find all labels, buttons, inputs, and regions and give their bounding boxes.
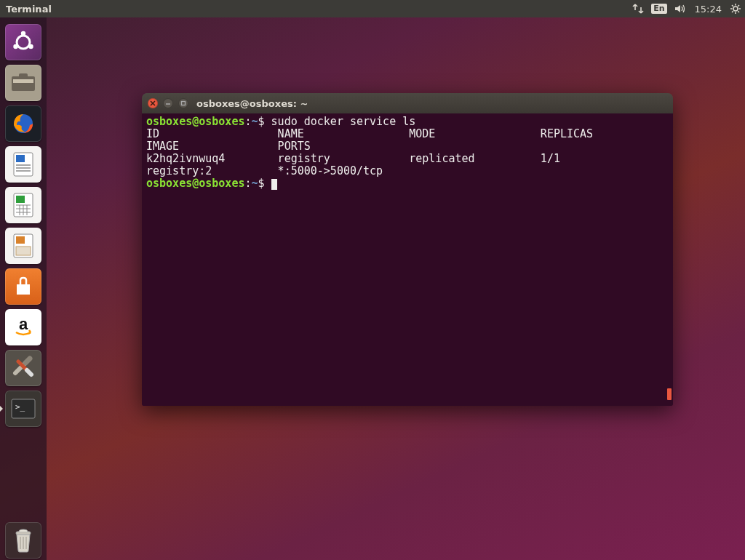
desktop: Terminal En 15:24 [0,0,745,560]
launcher-calc[interactable] [5,187,41,223]
impress-icon [12,233,35,259]
window-minimize-button[interactable] [163,98,173,108]
svg-text:>_: >_ [15,402,25,412]
svg-line-6 [738,11,739,12]
prompt-path-2: ~ [252,177,258,190]
svg-line-8 [738,5,739,7]
launcher-impress[interactable] [5,228,41,264]
launcher-trash[interactable] [5,522,41,559]
launcher-files[interactable] [5,65,41,101]
trash-icon [12,527,34,553]
svg-rect-31 [16,236,25,244]
svg-rect-15 [19,73,28,78]
launcher-settings[interactable] [5,350,41,386]
window-close-button[interactable] [148,98,158,108]
active-app-label: Terminal [0,4,52,15]
launcher-spacer [0,429,47,520]
volume-icon [674,4,686,14]
prompt-user-2: osboxes [146,177,192,190]
writer-icon [12,151,35,177]
amazon-icon: a [11,315,36,340]
launcher-software[interactable] [5,268,41,305]
prompt-dollar-2: $ [258,177,271,190]
calc-icon [12,192,35,218]
svg-rect-41 [182,102,186,105]
sound-indicator[interactable] [670,0,690,17]
firefox-icon [10,111,36,137]
launcher-dash[interactable] [5,24,41,60]
scrollbar-hint[interactable] [667,388,672,400]
svg-point-12 [28,44,33,49]
window-maximize-button[interactable] [178,98,188,108]
maximize-icon [180,100,186,106]
svg-point-11 [13,44,17,49]
svg-line-5 [732,5,733,7]
launcher-writer[interactable] [5,146,41,183]
prompt-host: osboxes [199,115,244,128]
network-icon [632,4,644,14]
launcher-firefox[interactable] [5,105,41,142]
prompt-path: ~ [252,115,258,128]
terminal-window[interactable]: osboxes@osboxes: ~ osboxes@osboxes:~$ su… [142,93,673,406]
svg-rect-13 [12,76,35,91]
terminal-icon: >_ [10,398,36,420]
window-title: osboxes@osboxes: ~ [196,98,308,109]
launcher-terminal[interactable]: >_ [5,391,41,427]
svg-rect-14 [13,79,33,83]
output-header-2: IMAGE PORTS [146,140,311,153]
output-row-2: registry:2 *:5000->5000/tcp [146,164,383,177]
prompt-at: @ [192,115,199,128]
cursor [271,179,277,190]
language-indicator[interactable]: En [651,4,666,14]
terminal-body[interactable]: osboxes@osboxes:~$ sudo docker service l… [142,113,673,406]
launcher-amazon[interactable]: a [5,309,41,345]
svg-point-0 [733,7,738,11]
network-indicator[interactable] [628,0,648,17]
ubuntu-icon [11,30,36,55]
clock[interactable]: 15:24 [690,0,726,17]
files-icon [10,72,36,94]
session-indicator[interactable] [726,0,745,17]
window-titlebar[interactable]: osboxes@osboxes: ~ [142,93,673,113]
output-header-1: ID NAME MODE REPLICAS [146,127,672,140]
prompt-host-2: osboxes [199,177,244,190]
prompt-user: osboxes [146,115,192,128]
prompt-at-2: @ [192,177,199,190]
settings-icon [11,356,36,380]
svg-point-9 [17,36,30,49]
prompt-colon: : [244,115,251,128]
output-row-1: k2hq2ivnwuq4 registry replicated 1/1 [146,152,672,165]
svg-line-7 [732,11,733,12]
prompt-dollar: $ [258,115,271,128]
prompt-colon-2: : [244,177,251,190]
gear-icon [730,4,741,14]
svg-point-10 [21,31,25,36]
command-text: sudo docker service ls [271,115,416,128]
top-panel: Terminal En 15:24 [0,0,745,17]
minimize-icon [165,100,171,106]
close-icon [150,100,156,106]
svg-rect-36 [16,532,31,535]
software-icon [11,274,36,299]
svg-rect-18 [16,155,25,162]
svg-rect-23 [16,196,25,203]
svg-rect-32 [16,247,31,255]
svg-text:a: a [19,315,28,333]
launcher: a >_ [0,17,47,560]
